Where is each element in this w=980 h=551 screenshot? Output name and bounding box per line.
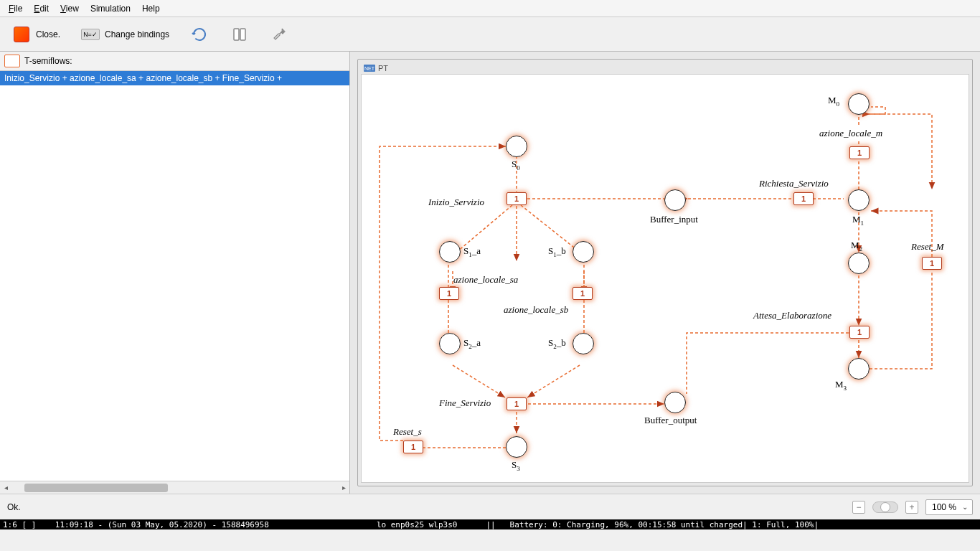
sidebar-header: T-semiflows: xyxy=(0,52,349,71)
status-msg: Ok. xyxy=(7,502,21,512)
menu-edit[interactable]: Edit xyxy=(28,2,55,15)
close-button[interactable]: Close. xyxy=(9,22,63,47)
system-bar: 1:6 [ ] 11:09:18 - (Sun 03 May, 05.2020)… xyxy=(0,519,980,529)
place-m2[interactable] xyxy=(848,253,870,274)
label-s3: S3 xyxy=(512,459,520,472)
place-buffer-output[interactable] xyxy=(664,392,686,413)
close-label: Close. xyxy=(36,29,60,39)
label-m2: M2 xyxy=(851,240,862,253)
sidebar-title: T-semiflows: xyxy=(24,56,72,66)
refresh-button[interactable] xyxy=(187,22,212,47)
transition-reset-s[interactable]: 1 xyxy=(403,441,423,453)
status-right: − + 100 % ⌄ xyxy=(852,499,973,515)
place-s2b[interactable] xyxy=(573,333,594,354)
transition-inizio-servizio[interactable]: 1 xyxy=(507,192,527,205)
change-bindings-button[interactable]: N=✓ Change bindings xyxy=(77,22,172,47)
semiflow-icon xyxy=(4,55,20,67)
label-buffer-input: Buffer_input xyxy=(650,214,698,225)
place-m1[interactable] xyxy=(848,189,870,211)
label-s0: S0 xyxy=(512,159,520,171)
canvas-title: PT xyxy=(378,64,388,72)
menu-file-label: ile xyxy=(14,4,22,14)
menu-help[interactable]: Help xyxy=(136,2,166,15)
zoom-value: 100 % xyxy=(932,502,956,512)
label-azione-sb: azione_locale_sb xyxy=(504,304,568,316)
label-buffer-output: Buffer_output xyxy=(644,415,697,426)
transition-azione-m[interactable]: 1 xyxy=(849,146,870,159)
label-s2b: S2_b xyxy=(548,337,566,350)
tool-button[interactable] xyxy=(267,22,293,47)
chevron-down-icon: ⌄ xyxy=(962,503,968,511)
label-m0: M0 xyxy=(828,95,839,108)
statusbar: Ok. − + 100 % ⌄ xyxy=(0,494,980,519)
place-m3[interactable] xyxy=(848,358,870,380)
place-buffer-input[interactable] xyxy=(664,189,686,211)
sysbar-mid: lo enp0s25 wlp3s0 xyxy=(377,520,458,529)
close-icon xyxy=(11,24,32,44)
svg-rect-1 xyxy=(240,29,245,40)
scroll-left-icon[interactable]: ◂ xyxy=(0,484,11,491)
place-m0[interactable] xyxy=(848,93,870,115)
place-s1b[interactable] xyxy=(573,241,594,263)
main-area: T-semiflows: Inizio_Servizio + azione_lo… xyxy=(0,52,980,494)
net-icon: NET xyxy=(364,65,375,72)
menubar: File Edit View Simulation Help xyxy=(0,0,980,17)
menu-simulation[interactable]: Simulation xyxy=(85,2,136,15)
toggle-switch[interactable] xyxy=(872,501,898,513)
sidebar-scrollbar[interactable]: ◂ ▸ xyxy=(0,481,349,494)
place-s3[interactable] xyxy=(506,436,527,458)
label-s1b: S1_b xyxy=(548,245,566,258)
sysbar-right: || Battery: 0: Charging, 96%, 00:15:58 u… xyxy=(486,520,819,529)
transition-reset-m[interactable]: 1 xyxy=(922,257,942,270)
svg-rect-0 xyxy=(234,29,239,40)
wrench-icon xyxy=(270,24,290,44)
zoom-select[interactable]: 100 % ⌄ xyxy=(925,499,973,515)
scroll-thumb[interactable] xyxy=(24,484,168,492)
book-button[interactable] xyxy=(227,22,253,47)
transition-azione-sa[interactable]: 1 xyxy=(439,287,459,300)
zoom-in-button[interactable]: + xyxy=(905,501,918,514)
menu-view[interactable]: View xyxy=(55,2,85,15)
place-s1a[interactable] xyxy=(439,241,461,263)
menu-file[interactable]: File xyxy=(3,2,28,15)
label-reset-m: Reset_M xyxy=(911,241,943,253)
place-s2a[interactable] xyxy=(439,333,461,354)
label-s1a: S1_a xyxy=(463,245,481,258)
transition-azione-sb[interactable]: 1 xyxy=(573,287,593,300)
list-item[interactable]: Inizio_Servizio + azione_locale_sa + azi… xyxy=(0,71,349,85)
label-m3: M3 xyxy=(835,379,847,392)
change-bindings-label: Change bindings xyxy=(105,29,169,39)
label-fine-servizio: Fine_Servizio xyxy=(439,397,491,409)
sidebar: T-semiflows: Inizio_Servizio + azione_lo… xyxy=(0,52,350,494)
label-reset-s: Reset_s xyxy=(393,426,422,438)
scroll-right-icon[interactable]: ▸ xyxy=(338,484,349,491)
label-azione-m: azione_locale_m xyxy=(819,128,882,139)
canvas-frame: NET PT xyxy=(357,59,973,486)
book-icon xyxy=(230,24,250,44)
transition-attesa[interactable]: 1 xyxy=(849,326,870,339)
zoom-out-button[interactable]: − xyxy=(852,501,865,514)
label-attesa: Attesa_Elaborazione xyxy=(753,310,831,321)
label-richiesta: Richiesta_Servizio xyxy=(759,178,829,189)
toolbar: Close. N=✓ Change bindings xyxy=(0,17,980,52)
place-s0[interactable] xyxy=(506,136,527,157)
label-inizio-servizio: Inizio_Servizio xyxy=(428,197,484,208)
net-canvas[interactable]: S0 S1_a S1_b S2_a S2_b S3 Buffer_input B… xyxy=(361,74,969,483)
transition-fine-servizio[interactable]: 1 xyxy=(507,397,527,410)
label-s2a: S2_a xyxy=(463,337,481,350)
transition-richiesta[interactable]: 1 xyxy=(793,192,814,205)
label-azione-sa: azione_locale_sa xyxy=(453,274,518,286)
sysbar-left: 1:6 [ ] 11:09:18 - (Sun 03 May, 05.2020)… xyxy=(3,520,269,529)
bindings-icon: N=✓ xyxy=(80,24,100,44)
sidebar-list[interactable]: Inizio_Servizio + azione_locale_sa + azi… xyxy=(0,71,349,481)
label-m1: M1 xyxy=(852,214,864,227)
canvas-title-bar: NET PT xyxy=(361,62,969,74)
refresh-icon xyxy=(189,24,209,44)
canvas-panel: NET PT xyxy=(350,52,980,494)
